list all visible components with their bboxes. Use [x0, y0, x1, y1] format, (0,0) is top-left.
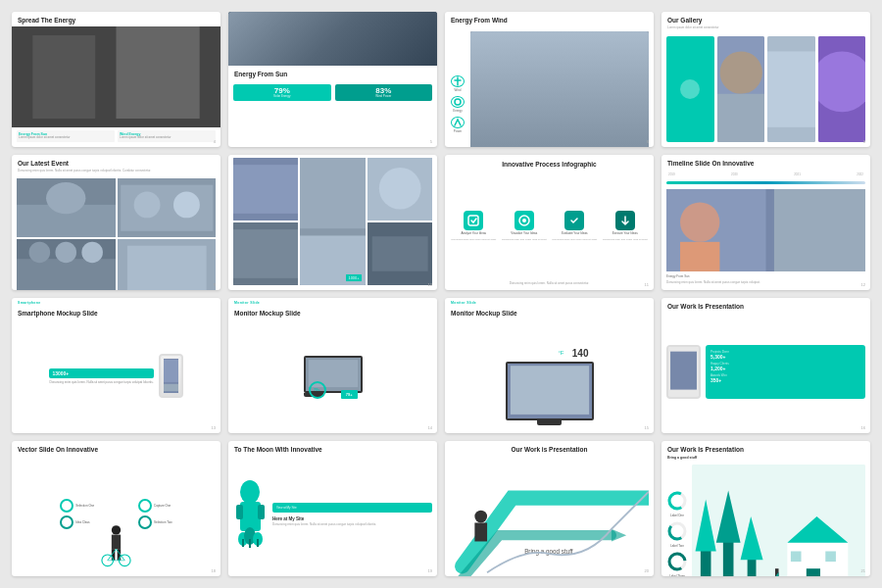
slide-6-photo-3 — [368, 158, 432, 220]
slide-4-gallery-circle — [680, 79, 700, 99]
slide-15-number: 20 — [645, 568, 649, 573]
slide-13-donut-4: Selection Two — [138, 515, 172, 529]
slide-10-number: 14 — [428, 425, 432, 430]
slide-16-donut-2: Label Two — [666, 520, 688, 548]
svg-rect-7 — [333, 12, 438, 66]
svg-rect-67 — [510, 366, 588, 415]
slide-9-phone-screen — [164, 359, 178, 393]
slide-2[interactable]: Energy From Sun 79% Solar Energy 83% Win… — [228, 12, 437, 147]
slide-2-stats: 79% Solar Energy 83% Wind Power — [228, 80, 437, 106]
slide-14-title: To The Moon With Innovative — [228, 441, 437, 456]
slide-11-stat: 140 — [572, 348, 589, 359]
slide-5-img-4 — [118, 239, 217, 290]
slide-7[interactable]: Innovative Process Infographic Analyze Y… — [445, 155, 654, 290]
slide-6-photo-2: 1000+ 1000+ — [300, 158, 365, 285]
svg-rect-50 — [233, 229, 298, 278]
slide-9-title: Smartphone Mockup Slide — [12, 305, 220, 319]
slide-1-content: Energy From Sun Lorem ipsum dolor sit am… — [12, 127, 220, 147]
slide-13-donut-2: Idea Class — [60, 515, 94, 529]
svg-point-55 — [522, 219, 526, 222]
slide-16-number: 21 — [861, 568, 865, 573]
slide-1-title: Spread The Energy — [12, 12, 220, 26]
svg-rect-13 — [400, 42, 422, 66]
svg-marker-90 — [612, 529, 626, 542]
slide-4-gallery-item-4 — [818, 36, 866, 142]
slide-6-badge: 1000+ — [346, 274, 361, 281]
slide-13-label-2: Idea Class — [75, 520, 89, 524]
svg-rect-2 — [101, 26, 220, 127]
slide-16[interactable]: Our Work Is Presentation Bring a good st… — [662, 441, 870, 576]
svg-rect-3 — [106, 35, 158, 98]
slide-8[interactable]: Timeline Slide On Innovative 2019 2020 2… — [662, 155, 870, 290]
slide-7-step-4-desc: Donuncing enim quis lorem nulla sit amet — [603, 238, 648, 241]
slide-14[interactable]: To The Moon With Innovative — [228, 441, 437, 576]
slide-3-icon-1-label: Wind — [455, 88, 462, 92]
svg-rect-86 — [249, 539, 251, 548]
slide-10-title: Monitor Mockup Slide — [228, 305, 437, 319]
slide-1-box-2: Wind Energy Lorem ipsum dolor sit amet c… — [118, 130, 216, 142]
svg-point-34 — [172, 191, 199, 218]
slide-12-stats: Projects Done 5,300+ Happy Clients 1,200… — [710, 350, 860, 383]
slide-15[interactable]: Our Work is Presentation Bring a good st… — [445, 441, 654, 576]
slide-4-subtitle: Lorem ipsum dolor sit amet consectetur — [662, 26, 870, 33]
slide-4[interactable]: Our Gallery Lorem ipsum dolor sit amet c… — [662, 12, 870, 147]
slide-13-donut-3: Capture One — [138, 499, 172, 513]
slide-11[interactable]: Monitor Slide Monitor Mockup Slide 140 °… — [445, 298, 654, 433]
slide-14-subtitle: Here at My Site — [272, 516, 432, 521]
slide-3-number: 6 — [647, 139, 649, 144]
slide-7-process: Analyze Your Ideas Donuncing enim quis l… — [445, 171, 654, 282]
slide-14-teal-label: View at My Site — [272, 503, 432, 513]
slide-7-step-3-label: Evaluate Your Ideas — [562, 232, 588, 236]
slide-16-donut-list: Label One Label Two — [666, 490, 688, 576]
slide-10-teal-box: 79+ — [341, 390, 358, 399]
svg-rect-81 — [236, 505, 243, 519]
slide-6[interactable]: 1000+ 1000+ — [228, 155, 437, 290]
slide-4-gallery — [662, 33, 870, 147]
slide-5-img-1 — [17, 178, 116, 238]
slide-15-arrow-svg: Bring a good stuff — [450, 459, 649, 576]
slide-1[interactable]: Spread The Energy Energy From Sun Lorem … — [12, 12, 220, 147]
slide-9-left-content: 13000+ Donuncing enim quis lorem. Nulla … — [49, 368, 153, 384]
slide-5[interactable]: Our Latest Event Donuncing enim quis lor… — [12, 155, 220, 290]
svg-rect-63 — [164, 384, 178, 391]
slide-7-footnote: Donuncing enim quis lorem. Nulla sit ame… — [445, 282, 654, 290]
slide-11-monitor-area: 140 °F — [445, 319, 654, 433]
svg-rect-36 — [17, 259, 116, 290]
slide-9-stat: 13000+ — [49, 368, 153, 378]
slide-6-number: 10 — [428, 282, 432, 287]
slide-9[interactable]: Smartphone Smartphone Mockup Slide 13000… — [12, 298, 220, 433]
svg-rect-19 — [523, 92, 560, 147]
slide-grid: Spread The Energy Energy From Sun Lorem … — [0, 0, 882, 588]
svg-rect-69 — [670, 352, 697, 390]
slide-2-stat-2: 83% Wind Power — [335, 84, 433, 102]
slide-7-step-2-icon — [514, 211, 534, 230]
slide-7-step-4-label: Execute Your Ideas — [612, 232, 638, 236]
slide-8-desc: Donuncing enim quis lorem. Nulla sit ame… — [666, 281, 865, 285]
slide-12-teal-card: Projects Done 5,300+ Happy Clients 1,200… — [706, 345, 865, 399]
slide-13[interactable]: Vector Slide On Innovative Selection One… — [12, 441, 220, 576]
svg-rect-110 — [791, 551, 802, 562]
slide-3-icon-3: Power — [450, 118, 466, 133]
svg-rect-5 — [228, 12, 437, 66]
slide-4-gallery-item-3 — [767, 36, 815, 142]
slide-13-donut-1: Selection One — [60, 499, 94, 513]
slide-16-donut-3-wrap — [666, 551, 688, 572]
slide-13-donut-ring-3 — [138, 499, 152, 513]
slide-10[interactable]: Monitor Slide Monitor Mockup Slide 79+ 7… — [228, 298, 437, 433]
slide-13-number: 18 — [212, 568, 216, 573]
slide-3[interactable]: Energy From Wind Wind Energy — [445, 12, 654, 147]
slide-16-donut-3-label: Label Three — [669, 574, 685, 576]
slide-9-phone — [159, 354, 183, 398]
slide-13-label-1: Selection One — [75, 504, 94, 508]
svg-rect-82 — [258, 505, 265, 519]
slide-12[interactable]: Our Work Is Presentation Projects Done 5… — [662, 298, 870, 433]
slide-1-image — [12, 26, 220, 127]
slide-3-icon-2: Energy — [450, 97, 466, 113]
slide-11-number: 15 — [645, 425, 649, 430]
slide-6-photo-5 — [368, 222, 432, 285]
slide-4-number: 8 — [863, 139, 865, 144]
svg-rect-23 — [717, 93, 765, 142]
slide-11-monitor-wrap: 140 °F — [506, 362, 594, 425]
slide-10-monitor: 79+ 79+ — [304, 356, 363, 393]
slide-11-section: Monitor Slide — [445, 298, 654, 305]
